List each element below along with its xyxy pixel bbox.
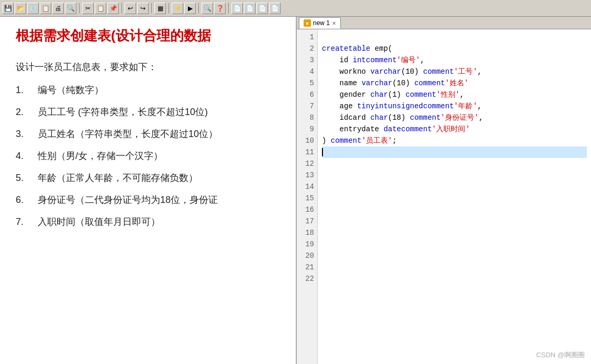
line-number: 13	[297, 169, 317, 181]
left-panel: 根据需求创建表(设计合理的数据 设计一张员工信息表，要求如下： 1.编号（纯数字…	[0, 17, 296, 364]
requirement-item: 2.员工工号 (字符串类型，长度不超过10位)	[16, 106, 280, 118]
line-number: 16	[297, 204, 317, 215]
toolbar-btn-13[interactable]: ⚡	[172, 3, 183, 14]
line-number: 6	[297, 89, 317, 100]
line-number: 5	[297, 77, 317, 89]
code-line[interactable]	[322, 146, 587, 158]
tab-bar: ■ new 1 ✕	[297, 17, 591, 29]
code-line[interactable]	[322, 261, 587, 273]
line-number: 4	[297, 66, 317, 77]
req-number: 4.	[16, 151, 31, 162]
line-number: 22	[297, 273, 317, 285]
toolbar-btn-1[interactable]: 💾	[2, 3, 14, 14]
toolbar-sep-1	[79, 3, 80, 14]
code-line[interactable]: create table emp(	[322, 43, 587, 54]
toolbar-btn-12[interactable]: ▦	[154, 3, 166, 14]
code-line[interactable]: idcard char(18) comment '身份证号',	[322, 112, 587, 123]
code-line[interactable]	[322, 158, 587, 169]
tab-icon: ■	[304, 19, 311, 27]
req-number: 6.	[16, 195, 31, 206]
toolbar-sep-5	[198, 3, 199, 14]
toolbar-btn-9[interactable]: 📌	[107, 3, 119, 14]
code-line[interactable]: age tinyint unsigned comment '年龄',	[322, 100, 587, 112]
req-text: 身份证号（二代身份证号均为18位，身份证	[38, 194, 218, 206]
code-line[interactable]: name varchar(10) comment '姓名'	[322, 77, 587, 89]
req-text: 员工工号 (字符串类型，长度不超过10位)	[38, 106, 208, 118]
toolbar-btn-6[interactable]: 🔍	[65, 3, 76, 14]
requirement-item: 6.身份证号（二代身份证号均为18位，身份证	[16, 194, 280, 206]
line-number: 21	[297, 261, 317, 273]
code-editor-panel: ■ new 1 ✕ 123456789101112131415161718192…	[296, 17, 591, 364]
code-line[interactable]	[322, 181, 587, 192]
toolbar-btn-3[interactable]: 💿	[27, 3, 39, 14]
toolbar-btn-16[interactable]: ❓	[214, 3, 226, 14]
code-content[interactable]: create table emp( id int comment '编号', w…	[318, 29, 591, 364]
toolbar-btn-2[interactable]: 📂	[15, 3, 26, 14]
line-number: 12	[297, 158, 317, 169]
toolbar-sep-6	[228, 3, 229, 14]
requirement-item: 1.编号（纯数字）	[16, 84, 280, 96]
code-line[interactable]: ) comment '员工表';	[322, 135, 587, 146]
requirement-item: 4.性别（男/女，存储一个汉字）	[16, 150, 280, 162]
toolbar-btn-18[interactable]: 📄	[244, 3, 255, 14]
line-number: 17	[297, 215, 317, 227]
code-line[interactable]	[322, 192, 587, 204]
requirement-item: 7.入职时间（取值年月日即可）	[16, 215, 280, 228]
code-line[interactable]: gender char(1) comment '性别',	[322, 89, 587, 100]
toolbar-btn-14[interactable]: ▶	[184, 3, 196, 14]
text-cursor	[322, 148, 323, 156]
code-editor[interactable]: 12345678910111213141516171819202122 crea…	[297, 29, 591, 364]
req-text: 员工姓名（字符串类型，长度不超过10位）	[38, 128, 218, 140]
line-number: 20	[297, 250, 317, 261]
code-line[interactable]: entrydate date comment '入职时间'	[322, 123, 587, 135]
toolbar-btn-11[interactable]: ↪	[137, 3, 149, 14]
toolbar-btn-4[interactable]: 📋	[40, 3, 51, 14]
code-line[interactable]	[322, 204, 587, 215]
line-number: 19	[297, 238, 317, 250]
toolbar-sep-4	[169, 3, 169, 14]
tab-close-btn[interactable]: ✕	[332, 20, 336, 26]
code-line[interactable]	[322, 238, 587, 250]
requirement-item: 5.年龄（正常人年龄，不可能存储负数）	[16, 172, 280, 184]
toolbar-btn-15[interactable]: 🔍	[202, 3, 213, 14]
toolbar-btn-20[interactable]: 📄	[269, 3, 281, 14]
req-number: 1.	[16, 85, 31, 96]
req-text: 入职时间（取值年月日即可）	[38, 215, 160, 228]
line-number: 2	[297, 43, 317, 54]
code-line[interactable]	[322, 273, 587, 285]
tab-label: new 1	[313, 19, 330, 27]
req-number: 5.	[16, 173, 31, 184]
requirement-item: 3.员工姓名（字符串类型，长度不超过10位）	[16, 128, 280, 140]
tab-new1[interactable]: ■ new 1 ✕	[299, 17, 341, 29]
req-text: 编号（纯数字）	[38, 84, 104, 96]
code-line[interactable]	[322, 227, 587, 238]
toolbar-btn-19[interactable]: 📄	[257, 3, 268, 14]
toolbar-btn-17[interactable]: 📄	[231, 3, 243, 14]
line-number: 11	[297, 146, 317, 158]
line-number: 3	[297, 54, 317, 66]
code-line[interactable]	[322, 250, 587, 261]
toolbar-btn-10[interactable]: ↩	[125, 3, 136, 14]
toolbar-btn-8[interactable]: 📋	[95, 3, 106, 14]
page-title: 根据需求创建表(设计合理的数据	[16, 27, 280, 45]
toolbar-btn-5[interactable]: 🖨	[52, 3, 64, 14]
code-line[interactable]	[322, 215, 587, 227]
line-number: 14	[297, 181, 317, 192]
line-number: 7	[297, 100, 317, 112]
line-number: 9	[297, 123, 317, 135]
code-line[interactable]: id int comment '编号',	[322, 54, 587, 66]
line-number: 1	[297, 31, 317, 43]
toolbar-sep-2	[121, 3, 122, 14]
req-number: 2.	[16, 107, 31, 118]
toolbar-sep-3	[151, 3, 152, 14]
watermark: CSDN @啊圈圈	[536, 350, 585, 360]
code-line[interactable]	[322, 31, 587, 43]
line-number: 15	[297, 192, 317, 204]
main-area: 根据需求创建表(设计合理的数据 设计一张员工信息表，要求如下： 1.编号（纯数字…	[0, 17, 591, 364]
code-line[interactable]	[322, 169, 587, 181]
toolbar-btn-7[interactable]: ✂	[82, 3, 94, 14]
req-text: 性别（男/女，存储一个汉字）	[38, 150, 163, 162]
code-line[interactable]: workno varchar(10) comment '工号',	[322, 66, 587, 77]
line-numbers: 12345678910111213141516171819202122	[297, 29, 318, 364]
subtitle: 设计一张员工信息表，要求如下：	[16, 61, 280, 73]
